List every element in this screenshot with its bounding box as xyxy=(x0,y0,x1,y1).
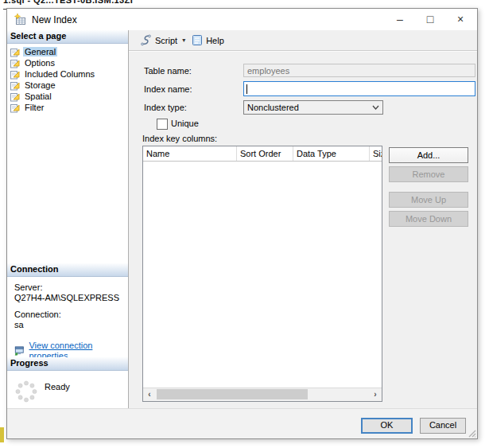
connection-section: Connection Server: Q27H4-AM\SQLEXPRESS C… xyxy=(7,263,128,361)
connection-value: sa xyxy=(14,320,123,330)
index-name-label: Index name: xyxy=(144,84,192,94)
window-controls: – □ × xyxy=(385,9,475,30)
index-key-columns-grid: Name Sort Order Data Type Size ‹ › xyxy=(142,146,382,402)
help-icon xyxy=(192,34,203,46)
page-icon xyxy=(10,92,20,102)
index-key-columns-label: Index key columns: xyxy=(142,134,217,143)
page-icon xyxy=(10,80,20,91)
sidebar-item-filter[interactable]: Filter xyxy=(10,102,128,113)
index-type-select[interactable]: Nonclustered xyxy=(243,100,383,115)
resize-grip[interactable] xyxy=(466,427,476,438)
ok-button[interactable]: OK xyxy=(361,418,413,434)
sidebar-item-options[interactable]: Options xyxy=(10,57,128,68)
scroll-left-icon[interactable]: ‹ xyxy=(143,388,156,400)
script-dropdown-icon[interactable]: ▾ xyxy=(182,37,185,44)
index-name-input[interactable] xyxy=(243,81,475,96)
page-icon xyxy=(10,47,20,57)
server-label: Server: xyxy=(14,282,123,293)
move-down-button: Move Down xyxy=(389,211,468,227)
sidebar-item-spatial[interactable]: Spatial xyxy=(10,91,128,102)
script-icon xyxy=(139,34,152,46)
move-up-button: Move Up xyxy=(389,192,468,208)
grid-column-data-type: Data Type xyxy=(293,146,370,161)
connection-properties-icon xyxy=(14,345,25,356)
grid-column-name: Name xyxy=(143,146,237,161)
grid-body xyxy=(143,162,382,376)
page-icon xyxy=(10,58,20,68)
close-icon[interactable]: × xyxy=(445,9,475,30)
dialog-title: New Index xyxy=(32,14,77,25)
sidebar: Select a page General Options Included C… xyxy=(7,30,129,409)
table-name-input: employees xyxy=(243,64,475,77)
new-index-dialog: New Index – □ × Select a page General Op… xyxy=(6,8,478,439)
remove-button: Remove xyxy=(389,166,468,182)
screen: { "background_window": { "title_fragment… xyxy=(0,0,489,448)
page-icon xyxy=(10,69,20,80)
chevron-down-icon xyxy=(372,105,379,110)
grid-column-size: Size xyxy=(370,146,382,161)
progress-spinner-icon xyxy=(14,379,39,404)
maximize-icon[interactable]: □ xyxy=(415,9,445,30)
sidebar-item-storage[interactable]: Storage xyxy=(10,80,128,91)
page-list: General Options Included Columns Storage… xyxy=(7,44,128,113)
footer: OK Cancel xyxy=(7,408,477,438)
scroll-right-icon[interactable]: › xyxy=(369,388,382,400)
index-type-label: Index type: xyxy=(144,103,187,112)
main-pane: Script ▾ Help Table name: employees Inde… xyxy=(129,30,477,409)
toolbar: Script ▾ Help xyxy=(129,30,477,51)
sidebar-item-included-columns[interactable]: Included Columns xyxy=(10,68,128,80)
table-name-label: Table name: xyxy=(144,66,192,76)
unique-checkbox[interactable] xyxy=(157,119,168,130)
connection-label: Connection: xyxy=(14,310,123,320)
cancel-button[interactable]: Cancel xyxy=(420,418,466,434)
progress-header: Progress xyxy=(7,357,128,371)
text-caret xyxy=(246,84,247,94)
new-index-icon xyxy=(14,14,27,29)
dialog-body: Select a page General Options Included C… xyxy=(7,30,477,409)
unique-label: Unique xyxy=(171,119,199,128)
scrollbar-thumb[interactable] xyxy=(157,389,308,399)
titlebar: New Index – □ × xyxy=(7,9,477,30)
server-value: Q27H4-AM\SQLEXPRESS xyxy=(14,293,123,303)
grid-horizontal-scrollbar[interactable]: ‹ › xyxy=(143,388,382,401)
help-button[interactable]: Help xyxy=(188,33,227,48)
minimize-icon[interactable]: – xyxy=(385,9,415,30)
sidebar-item-general[interactable]: General xyxy=(10,46,128,57)
page-icon xyxy=(10,103,20,113)
progress-status: Ready xyxy=(45,382,70,392)
grid-header: Name Sort Order Data Type Size xyxy=(143,146,382,162)
grid-column-sort-order: Sort Order xyxy=(237,146,293,161)
add-button[interactable]: Add... xyxy=(389,147,468,163)
connection-header: Connection xyxy=(7,263,128,277)
progress-section: Progress Ready xyxy=(7,357,128,415)
select-a-page-header: Select a page xyxy=(7,30,128,44)
background-artifact xyxy=(0,427,4,442)
script-button[interactable]: Script ▾ xyxy=(136,33,188,48)
